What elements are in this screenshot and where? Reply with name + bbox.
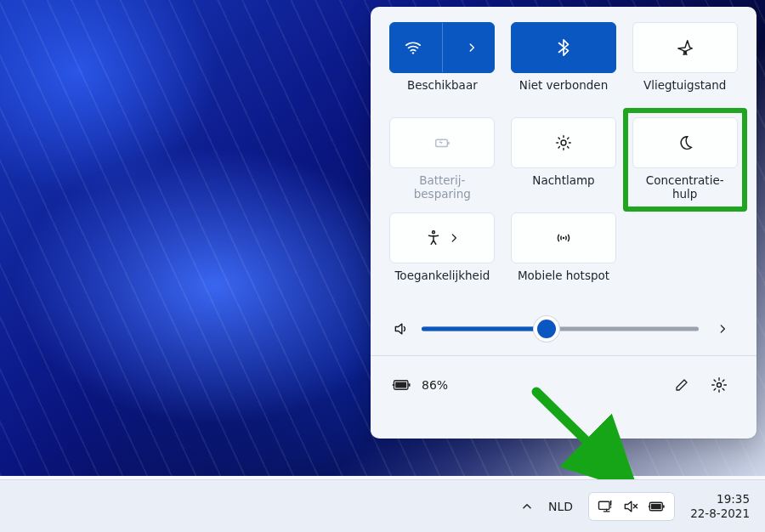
svg-rect-13 [663,505,665,507]
tile-airplane[interactable] [632,22,738,73]
focus-highlight: Concentratie- hulp [623,108,747,212]
volume-slider[interactable] [422,320,699,337]
volume-row [389,320,738,338]
tile-bluetooth[interactable] [511,22,616,73]
accessibility-icon [424,229,443,247]
tile-focus-assist-label: Concentratie- hulp [632,173,738,202]
tile-accessibility[interactable] [389,212,495,263]
svg-rect-10 [599,501,610,509]
flyout-footer: 86% [389,356,738,402]
tile-nightlight-label: Nachtlamp [532,173,594,202]
battery-saver-icon [433,133,451,152]
moon-icon [676,133,694,152]
battery-icon [648,497,666,516]
volume-thumb[interactable] [537,320,556,338]
svg-rect-2 [448,142,450,144]
tile-focus-assist[interactable] [632,117,738,168]
svg-point-5 [563,237,564,239]
battery-percent-text: 86% [422,378,448,392]
battery-plugged-icon [391,376,413,394]
clock-time: 19:35 [690,492,750,507]
svg-point-9 [717,383,722,388]
wifi-icon [390,23,435,72]
tile-wifi-label: Beschikbaar [407,78,478,107]
pencil-icon [674,376,689,394]
hotspot-icon [554,229,573,247]
tile-hotspot-cell: Mobiele hotspot [511,212,617,297]
tile-battery-saver[interactable] [389,117,495,168]
quick-settings-flyout: Beschikbaar Niet verbonden Vliegtuigstan… [371,7,756,439]
tile-bluetooth-label: Niet verbonden [519,78,608,107]
tray-overflow[interactable] [521,497,533,516]
system-tray[interactable] [588,492,675,521]
network-icon [597,497,614,516]
tile-airplane-label: Vliegtuigstand [643,78,727,107]
svg-rect-8 [395,382,406,388]
svg-point-0 [411,52,413,54]
tile-accessibility-label: Toegankelijkheid [394,269,490,297]
speaker-icon [393,320,410,338]
chevron-right-icon [448,232,460,244]
clock-date: 22-8-2021 [690,507,750,521]
chevron-right-icon [717,323,728,335]
svg-point-3 [561,140,566,145]
wifi-expand[interactable] [450,23,495,72]
tile-nightlight-cell: Nachtlamp [511,117,617,202]
tile-hotspot[interactable] [511,212,616,263]
sun-icon [554,133,573,152]
taskbar: NLD 19:35 22-8-2021 [0,479,765,532]
tile-battery-saver-cell: Batterij- besparing [389,117,496,202]
tile-bluetooth-cell: Niet verbonden [511,22,617,107]
gear-icon [711,376,728,394]
svg-point-11 [610,507,612,508]
bluetooth-icon [554,38,573,57]
tile-airplane-cell: Vliegtuigstand [632,22,738,107]
tile-accessibility-cell: Toegankelijkheid [389,212,496,297]
edit-button[interactable] [665,368,699,402]
volume-output-expand[interactable] [711,323,734,335]
clock[interactable]: 19:35 22-8-2021 [690,492,750,521]
svg-rect-7 [408,383,410,386]
tile-wifi-cell: Beschikbaar [389,22,496,107]
airplane-icon [676,38,694,57]
svg-point-4 [433,231,435,234]
tile-wifi[interactable] [389,22,495,73]
tile-focus-assist-cell: Concentratie- hulp [632,117,738,202]
tile-nightlight[interactable] [511,117,616,168]
language-indicator[interactable]: NLD [548,500,573,513]
svg-rect-14 [651,503,661,508]
settings-button[interactable] [702,368,736,402]
tile-battery-saver-label: Batterij- besparing [414,173,471,202]
chevron-right-icon [466,42,478,54]
speaker-mute-icon [622,497,639,516]
tile-hotspot-label: Mobiele hotspot [518,269,609,297]
